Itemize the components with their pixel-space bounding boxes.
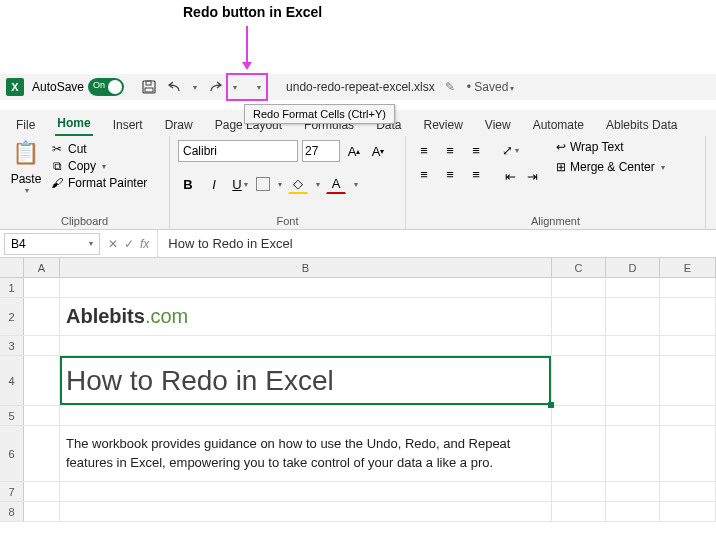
enter-icon[interactable]: ✓: [124, 237, 134, 251]
cell-c3[interactable]: [552, 336, 606, 355]
cell-b1[interactable]: [60, 278, 552, 297]
row-header-5[interactable]: 5: [0, 406, 24, 425]
cut-button[interactable]: ✂Cut: [50, 142, 147, 156]
row-header-4[interactable]: 4: [0, 356, 24, 405]
decrease-font-button[interactable]: A▾: [368, 141, 388, 161]
cell-d5[interactable]: [606, 406, 660, 425]
bold-button[interactable]: B: [178, 174, 198, 194]
qat-customize-dropdown[interactable]: ▾: [254, 83, 264, 92]
align-left-button[interactable]: ≡: [414, 164, 434, 184]
cell-d4[interactable]: [606, 356, 660, 405]
fx-icon[interactable]: fx: [140, 237, 149, 251]
row-header-1[interactable]: 1: [0, 278, 24, 297]
font-size-select[interactable]: [302, 140, 340, 162]
underline-button[interactable]: U▾: [230, 174, 250, 194]
cell-b4[interactable]: How to Redo in Excel: [60, 356, 552, 405]
cell-b6[interactable]: The workbook provides guidance on how to…: [60, 426, 552, 481]
tab-draw[interactable]: Draw: [163, 114, 195, 136]
align-middle-button[interactable]: ≡: [440, 140, 460, 160]
orientation-button[interactable]: ⤢▾: [500, 140, 520, 160]
tab-view[interactable]: View: [483, 114, 513, 136]
fill-handle[interactable]: [548, 402, 554, 408]
saved-indicator[interactable]: • Saved▾: [467, 80, 515, 94]
cell-b2[interactable]: Ablebits.com: [60, 298, 552, 335]
row-header-3[interactable]: 3: [0, 336, 24, 355]
cell-e2[interactable]: [660, 298, 716, 335]
redo-dropdown[interactable]: ▾: [230, 83, 240, 92]
col-header-c[interactable]: C: [552, 258, 606, 277]
col-header-b[interactable]: B: [60, 258, 552, 277]
cell-a2[interactable]: [24, 298, 60, 335]
cell-e4[interactable]: [660, 356, 716, 405]
cell-e8[interactable]: [660, 502, 716, 521]
formula-input[interactable]: How to Redo in Excel: [158, 236, 716, 251]
undo-button[interactable]: [164, 76, 186, 98]
cell-c1[interactable]: [552, 278, 606, 297]
format-painter-button[interactable]: 🖌Format Painter: [50, 176, 147, 190]
tab-file[interactable]: File: [14, 114, 37, 136]
increase-indent-button[interactable]: ⇥: [522, 166, 542, 186]
align-right-button[interactable]: ≡: [466, 164, 486, 184]
cell-a1[interactable]: [24, 278, 60, 297]
cell-c6[interactable]: [552, 426, 606, 481]
cell-c8[interactable]: [552, 502, 606, 521]
font-name-select[interactable]: [178, 140, 298, 162]
cell-d1[interactable]: [606, 278, 660, 297]
select-all-corner[interactable]: [0, 258, 24, 277]
filename[interactable]: undo-redo-repeat-excel.xlsx: [286, 80, 435, 94]
undo-dropdown[interactable]: ▾: [190, 83, 200, 92]
col-header-d[interactable]: D: [606, 258, 660, 277]
cell-c4[interactable]: [552, 356, 606, 405]
cell-c7[interactable]: [552, 482, 606, 501]
name-box[interactable]: B4▾: [4, 233, 100, 255]
cancel-icon[interactable]: ✕: [108, 237, 118, 251]
cell-e6[interactable]: [660, 426, 716, 481]
cell-b3[interactable]: [60, 336, 552, 355]
cell-b8[interactable]: [60, 502, 552, 521]
cell-b5[interactable]: [60, 406, 552, 425]
cell-d7[interactable]: [606, 482, 660, 501]
col-header-e[interactable]: E: [660, 258, 716, 277]
align-top-button[interactable]: ≡: [414, 140, 434, 160]
cell-e7[interactable]: [660, 482, 716, 501]
cell-a8[interactable]: [24, 502, 60, 521]
copy-button[interactable]: ⧉Copy ▾: [50, 159, 147, 173]
cell-d6[interactable]: [606, 426, 660, 481]
cell-c2[interactable]: [552, 298, 606, 335]
redo-button[interactable]: [204, 76, 226, 98]
row-header-2[interactable]: 2: [0, 298, 24, 335]
cell-b7[interactable]: [60, 482, 552, 501]
cell-d8[interactable]: [606, 502, 660, 521]
save-button[interactable]: [138, 76, 160, 98]
cell-d2[interactable]: [606, 298, 660, 335]
align-center-button[interactable]: ≡: [440, 164, 460, 184]
wrap-text-button[interactable]: ↩ Wrap Text: [556, 140, 665, 154]
font-color-button[interactable]: A: [326, 174, 346, 194]
cell-e1[interactable]: [660, 278, 716, 297]
tab-automate[interactable]: Automate: [531, 114, 586, 136]
increase-font-button[interactable]: A▴: [344, 141, 364, 161]
italic-button[interactable]: I: [204, 174, 224, 194]
cell-a6[interactable]: [24, 426, 60, 481]
cell-a4[interactable]: [24, 356, 60, 405]
cell-a7[interactable]: [24, 482, 60, 501]
cell-d3[interactable]: [606, 336, 660, 355]
row-header-6[interactable]: 6: [0, 426, 24, 481]
cell-a3[interactable]: [24, 336, 60, 355]
row-header-7[interactable]: 7: [0, 482, 24, 501]
tab-insert[interactable]: Insert: [111, 114, 145, 136]
cell-a5[interactable]: [24, 406, 60, 425]
paste-button[interactable]: 📋 Paste ▾: [8, 140, 44, 195]
align-bottom-button[interactable]: ≡: [466, 140, 486, 160]
cell-e3[interactable]: [660, 336, 716, 355]
row-header-8[interactable]: 8: [0, 502, 24, 521]
border-button[interactable]: [256, 177, 270, 191]
tab-review[interactable]: Review: [421, 114, 464, 136]
tab-ablebits-data[interactable]: Ablebits Data: [604, 114, 679, 136]
fill-color-button[interactable]: ◇: [288, 174, 308, 194]
tab-home[interactable]: Home: [55, 112, 92, 136]
autosave-toggle[interactable]: On: [88, 78, 124, 96]
merge-center-button[interactable]: ⊞ Merge & Center ▾: [556, 160, 665, 174]
col-header-a[interactable]: A: [24, 258, 60, 277]
cell-c5[interactable]: [552, 406, 606, 425]
